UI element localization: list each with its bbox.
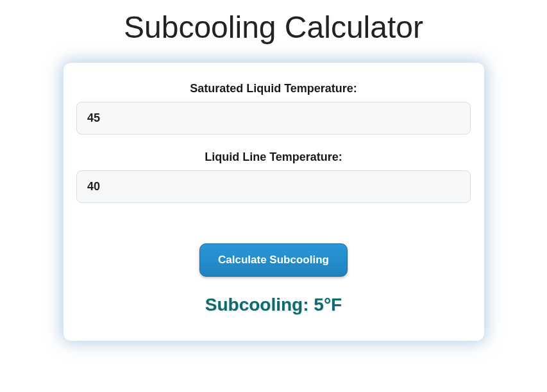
sat-liquid-input[interactable] <box>76 102 471 135</box>
calculator-card: Saturated Liquid Temperature: Liquid Lin… <box>63 63 484 341</box>
page-title: Subcooling Calculator <box>0 10 547 45</box>
result-text: Subcooling: 5°F <box>76 295 471 315</box>
sat-liquid-field-group: Saturated Liquid Temperature: <box>76 82 471 135</box>
liquid-line-input[interactable] <box>76 170 471 203</box>
liquid-line-label: Liquid Line Temperature: <box>76 151 471 164</box>
calculate-button[interactable]: Calculate Subcooling <box>199 243 348 277</box>
liquid-line-field-group: Liquid Line Temperature: <box>76 151 471 203</box>
sat-liquid-label: Saturated Liquid Temperature: <box>76 82 471 95</box>
